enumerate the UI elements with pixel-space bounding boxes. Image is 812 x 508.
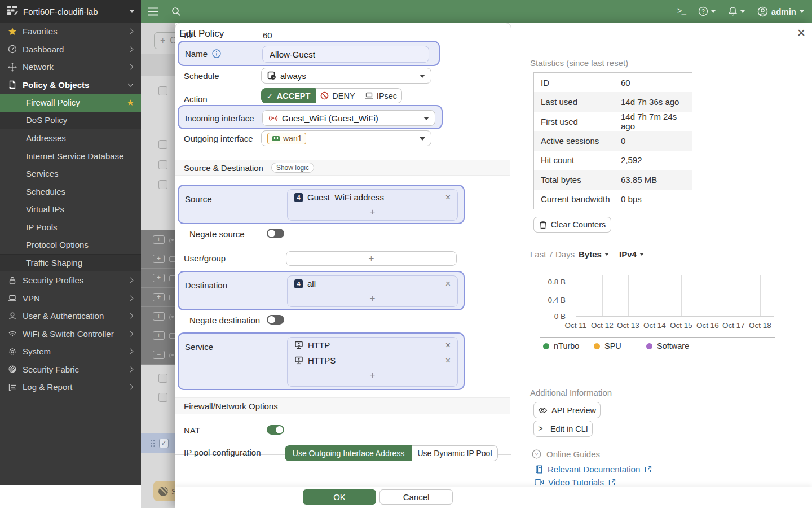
video-tutorials-link[interactable]: Video Tutorials [535,478,616,487]
help-menu[interactable]: ? [698,6,716,16]
remove-icon[interactable]: × [445,192,451,203]
remove-icon[interactable]: × [445,340,451,351]
admin-menu[interactable]: admin [757,6,804,17]
service-add-button[interactable]: + [288,368,457,382]
schedule-select[interactable]: always [261,68,431,84]
use-dynamic-ip-pool-button[interactable]: Use Dynamic IP Pool [412,445,498,455]
sidebar-item-protocol-options[interactable]: Protocol Options [0,236,141,254]
search-icon[interactable] [171,7,181,16]
bg-selected-row: ✓ [141,433,175,453]
favorite-star-icon[interactable]: ★ [127,98,134,108]
sidebar-item-favorites[interactable]: Favorites [0,23,141,41]
service-entry[interactable]: HTTP × [288,338,457,353]
dropdown-caret-icon [420,137,425,141]
ipv4-dropdown[interactable]: IPv4 [619,249,644,259]
bytes-dropdown[interactable]: Bytes [579,249,609,259]
bg-group-row: − [141,345,175,365]
cancel-button[interactable]: Cancel [379,489,453,505]
sidebar-item-system[interactable]: System [0,343,141,361]
sidebar-item-dashboard[interactable]: Dashboard [0,41,141,59]
sidebar-item-addresses[interactable]: Addresses [0,129,141,147]
notifications-menu[interactable] [728,6,745,16]
negate-source-toggle[interactable] [267,229,284,238]
question-circle-icon: ? [532,449,541,459]
bg-create-button: +C [154,32,175,49]
accept-button[interactable]: ✓ ACCEPT [261,88,316,103]
sidebar-item-network[interactable]: Network [0,58,141,76]
outgoing-interface-label: Outgoing interface [184,134,253,143]
info-icon[interactable] [212,49,221,60]
user-group-add-button[interactable]: + [286,252,456,265]
incoming-interface-highlight: Incoming interface Guest_WiFi (Guest_WiF… [178,105,443,129]
sidebar-item-schedules[interactable]: Schedules [0,183,141,201]
close-icon[interactable]: ✕ [795,27,807,40]
bg-group-row: + [141,269,175,288]
name-field-highlight: Name [178,41,440,66]
bg-security-fabric-pill: S [153,481,175,501]
legend-divider [540,337,775,338]
dropdown-caret-icon [604,253,609,256]
plus-icon: + [160,36,165,46]
x-axis-tick: Oct 17 [719,321,748,330]
nat-toggle[interactable] [267,425,284,435]
sidebar-item-log-report[interactable]: Log & Report [0,378,141,396]
sidebar-item-wifi-switch-controller[interactable]: WiFi & Switch Controller [0,325,141,343]
sidebar-item-ip-pools[interactable]: IP Pools [0,218,141,237]
sidebar-item-dos-policy[interactable]: DoS Policy [0,112,141,130]
hamburger-menu-icon[interactable] [148,7,158,16]
x-axis-tick: Oct 16 [693,321,722,330]
sidebar-item-security-profiles[interactable]: Security Profiles [0,271,141,290]
table-row: Active sessions0 [534,131,692,150]
sidebar-item-services[interactable]: Services [0,165,141,183]
y-axis-tick: 0.8 B [539,278,566,286]
negate-destination-toggle[interactable] [267,315,284,325]
sidebar-item-user-authentication[interactable]: User & Authentication [0,307,141,325]
user-icon [8,312,17,321]
source-add-button[interactable]: + [288,205,457,219]
sidebar-item-firewall-policy[interactable]: Firewall Policy ★ [0,94,141,112]
sidebar-item-traffic-shaping[interactable]: Traffic Shaping [0,254,141,272]
show-logic-button[interactable]: Show logic [271,163,314,173]
lock-icon [8,276,17,285]
service-entry-label: HTTPS [308,356,336,365]
legend-dot-icon [646,343,652,349]
destination-entry[interactable]: 4 all × [288,276,457,291]
sidebar-item-policy-objects[interactable]: Policy & Objects [0,76,141,94]
sidebar-item-vpn[interactable]: VPN [0,290,141,308]
ok-button[interactable]: OK [303,489,376,505]
remove-icon[interactable]: × [445,279,451,289]
sidebar-item-security-fabric[interactable]: Security Fabric [0,361,141,379]
incoming-interface-select[interactable]: Guest_WiFi (Guest_WiFi) [262,110,435,126]
edit-in-cli-button[interactable]: >_ Edit in CLI [533,421,593,437]
chevron-right-icon [128,64,134,70]
bg-group-row: + [141,326,175,345]
user-group-label: User/group [184,253,226,263]
bg-group-row: + [141,288,175,307]
cli-console-button[interactable]: >_ [677,7,686,16]
name-input[interactable] [262,46,429,63]
source-entry[interactable]: 4 Guest_WiFi address × [288,190,457,205]
api-preview-button[interactable]: API Preview [533,402,601,418]
fabric-ball-icon [8,365,17,374]
drag-handle-icon [151,440,155,447]
relevant-documentation-link[interactable]: Relevant Documentation [535,465,652,474]
ipsec-button[interactable]: IPsec [360,88,402,103]
device-menu[interactable]: Forti60F-cloudifi-lab [0,0,141,23]
deny-button[interactable]: DENY [316,88,360,103]
name-label: Name [185,49,208,59]
outgoing-interface-select[interactable]: wan1 [261,130,431,146]
use-outgoing-interface-address-button[interactable]: Use Outgoing Interface Address [285,445,412,455]
sidebar-item-internet-service-database[interactable]: Internet Service Database [0,147,141,165]
negate-destination-label: Negate destination [189,316,260,325]
clear-counters-button[interactable]: Clear Counters [533,217,611,233]
sidebar-item-virtual-ips[interactable]: Virtual IPs [0,200,141,218]
service-entry[interactable]: HTTPS × [288,353,457,368]
laptop-icon [8,294,17,303]
ipv4-address-icon: 4 [294,193,303,202]
legend-dot-icon [543,343,549,349]
service-label: Service [185,342,213,352]
gauge-icon [8,45,17,54]
remove-icon[interactable]: × [445,356,451,366]
destination-add-button[interactable]: + [288,291,457,305]
service-icon [294,341,303,349]
